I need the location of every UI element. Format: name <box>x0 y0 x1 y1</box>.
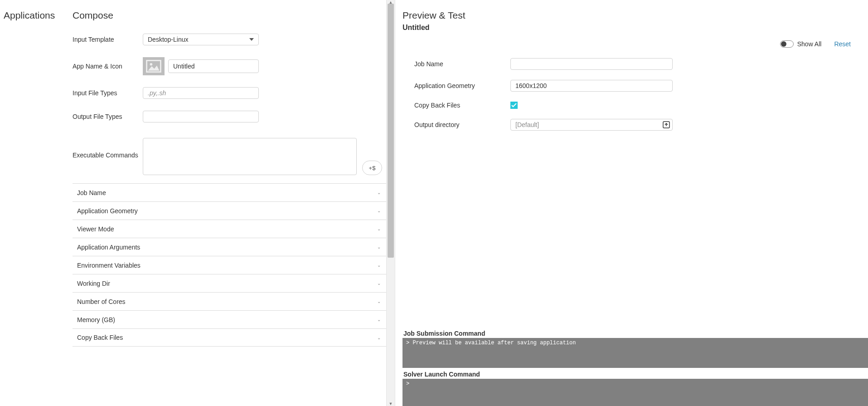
accordion-label: Viewer Mode <box>77 225 114 233</box>
accordion-label: Copy Back Files <box>77 334 123 341</box>
browse-directory-button[interactable] <box>663 121 670 128</box>
app-geometry-label: Application Geometry <box>414 82 510 89</box>
app-name-input[interactable] <box>168 59 259 73</box>
accordion-label: Job Name <box>77 189 106 196</box>
check-icon <box>511 103 517 108</box>
job-submission-command-title: Job Submission Command <box>403 330 868 337</box>
add-variable-label: +$ <box>369 165 376 171</box>
copy-back-files-checkbox[interactable] <box>510 102 518 109</box>
solver-launch-command-box: > <box>402 379 868 406</box>
output-file-types-input[interactable] <box>143 111 259 122</box>
input-file-types-input[interactable] <box>143 87 259 99</box>
accordion-label: Application Arguments <box>77 244 140 251</box>
show-all-label: Show All <box>797 40 822 48</box>
image-placeholder-icon <box>146 60 161 73</box>
chevron-down-icon: ⌄ <box>377 281 381 286</box>
preview-subtitle: Untitled <box>402 24 868 32</box>
copy-back-files-label: Copy Back Files <box>414 102 510 109</box>
accordion-job-name[interactable]: Job Name ⌄ <box>73 183 386 201</box>
accordion-viewer-mode[interactable]: Viewer Mode ⌄ <box>73 220 386 238</box>
accordion-environment-variables[interactable]: Environment Variables ⌄ <box>73 256 386 274</box>
accordion-copy-back-files[interactable]: Copy Back Files ⌄ <box>73 328 386 347</box>
reset-link[interactable]: Reset <box>834 40 851 48</box>
scrollbar-thumb[interactable] <box>388 4 394 258</box>
compose-scrollbar[interactable]: ▲ ▼ <box>386 0 395 406</box>
executable-commands-label: Executable Commands <box>73 138 143 159</box>
executable-commands-textarea[interactable] <box>143 138 357 175</box>
job-name-input[interactable] <box>510 58 673 70</box>
command-section: Job Submission Command > Preview will be… <box>402 327 868 406</box>
chevron-down-icon: ⌄ <box>377 335 381 340</box>
output-file-types-label: Output File Types <box>73 113 143 120</box>
preview-title: Preview & Test <box>402 10 868 21</box>
scroll-down-arrow-icon[interactable]: ▼ <box>387 401 395 406</box>
toggle-knob <box>781 41 786 47</box>
job-name-label: Job Name <box>414 60 510 68</box>
input-template-label: Input Template <box>73 36 143 43</box>
compose-pane: Compose Input Template Desktop-Linux App… <box>73 0 386 406</box>
solver-launch-command-title: Solver Launch Command <box>403 371 868 378</box>
accordion-label: Memory (GB) <box>77 316 115 323</box>
accordion-working-dir[interactable]: Working Dir ⌄ <box>73 274 386 292</box>
input-template-value: Desktop-Linux <box>148 36 189 43</box>
chevron-down-icon: ⌄ <box>377 299 381 304</box>
preview-pane: Preview & Test Untitled Show All Reset J… <box>395 0 868 406</box>
job-submission-command-text: > Preview will be available after saving… <box>406 340 576 346</box>
output-directory-input[interactable] <box>510 119 673 131</box>
sidebar-title: Applications <box>4 10 69 21</box>
chevron-down-icon: ⌄ <box>377 226 381 231</box>
accordion-label: Working Dir <box>77 280 110 287</box>
left-sidebar: Applications <box>0 0 73 406</box>
accordion-memory-gb[interactable]: Memory (GB) ⌄ <box>73 310 386 328</box>
preview-form: Job Name Application Geometry Copy Back … <box>402 58 868 141</box>
accordion-number-of-cores[interactable]: Number of Cores ⌄ <box>73 292 386 310</box>
job-submission-command-box: > Preview will be available after saving… <box>402 338 868 368</box>
accordion-label: Environment Variables <box>77 262 141 269</box>
compose-title: Compose <box>73 10 386 21</box>
svg-point-1 <box>150 63 153 66</box>
chevron-down-icon: ⌄ <box>377 317 381 322</box>
app-icon-picker[interactable] <box>143 57 165 75</box>
accordion-application-arguments[interactable]: Application Arguments ⌄ <box>73 238 386 256</box>
app-name-icon-label: App Name & Icon <box>73 63 143 70</box>
compose-accordion: Job Name ⌄ Application Geometry ⌄ Viewer… <box>73 183 386 347</box>
chevron-down-icon: ⌄ <box>377 208 381 213</box>
upload-icon <box>663 121 670 128</box>
app-geometry-input[interactable] <box>510 80 673 92</box>
preview-actions: Show All Reset <box>402 36 868 52</box>
output-directory-label: Output directory <box>414 121 510 128</box>
chevron-down-icon: ⌄ <box>377 263 381 268</box>
solver-launch-command-text: > <box>406 381 409 387</box>
accordion-label: Number of Cores <box>77 298 126 305</box>
chevron-down-icon <box>249 38 254 41</box>
add-variable-button[interactable]: +$ <box>362 161 382 175</box>
chevron-down-icon: ⌄ <box>377 245 381 249</box>
show-all-toggle[interactable] <box>780 40 794 48</box>
chevron-down-icon: ⌄ <box>377 190 381 195</box>
input-file-types-label: Input File Types <box>73 89 143 97</box>
input-template-select[interactable]: Desktop-Linux <box>143 34 259 45</box>
accordion-application-geometry[interactable]: Application Geometry ⌄ <box>73 201 386 220</box>
accordion-label: Application Geometry <box>77 207 138 215</box>
